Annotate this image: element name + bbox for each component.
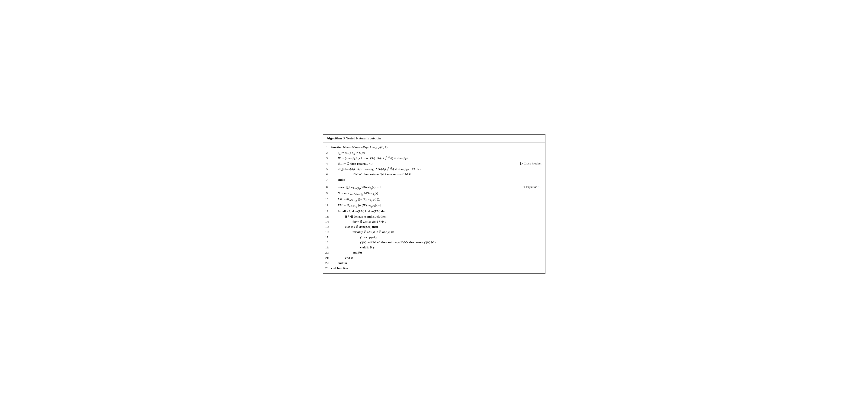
line-content-21: end if <box>331 256 545 260</box>
line-num-9: 9: <box>323 191 331 195</box>
line-content-13: if k ∉ dom(RM) and isLeft then <box>331 214 545 219</box>
line-2: 2: SL := S(L); SR := S(R) <box>323 150 545 156</box>
line-num-7: 7: <box>323 178 331 182</box>
line-num-18: 18: <box>323 241 331 244</box>
line-23: 23: end function <box>323 265 545 271</box>
line-content-4: if IR = ∅ then return L × R <box>331 161 545 166</box>
line-num-17: 17: <box>323 236 331 239</box>
line-content-1: function NestedNaturalEquiJoinisLeft(L, … <box>331 145 545 150</box>
algorithm-body: 1: function NestedNaturalEquiJoinisLeft(… <box>323 143 545 274</box>
line-14: 14: for y ∈ LM(k) yield k ⊕ y <box>323 219 545 224</box>
line-num-13: 13: <box>323 215 331 219</box>
line-content-23: end function <box>331 266 545 271</box>
line-content-10: LM := ⊕c∈L/≡IR [(c(IR), πSL\IR(c))] <box>331 197 545 202</box>
line-num-8: 8: <box>323 185 331 189</box>
line-5: 5: if ⋃{dom(Ai) | Ai ∈ dom(SL) ∧ SL(Ai) … <box>323 166 545 172</box>
line-num-4: 4: <box>323 162 331 166</box>
line-content-16: for all y ∈ LM(k), z ∈ RM(k) do <box>331 230 545 234</box>
line-num-11: 11: <box>323 203 331 207</box>
line-num-16: 16: <box>323 230 331 234</box>
line-content-14: for y ∈ LM(k) yield k ⊕ y <box>331 219 545 224</box>
line-content-22: end for <box>331 261 545 265</box>
algorithm-label: Algorithm 3 <box>327 136 345 140</box>
algorithm-box: Algorithm 3 Nested Natural Equi-Join 1: … <box>323 134 546 274</box>
line-content-6: if isLeft then return L⋉R else return L … <box>331 172 545 177</box>
line-num-3: 3: <box>323 156 331 160</box>
line-num-10: 10: <box>323 197 331 201</box>
line-content-7: end if <box>331 178 545 182</box>
line-content-15: else if k ∈ dom(LM) then <box>331 224 545 229</box>
line-3: 3: IR := (dom(SL)\{x ∈ dom(SL) | SL(x) ∉… <box>323 156 545 161</box>
line-num-14: 14: <box>323 220 331 224</box>
equation-number: 10 <box>538 185 541 189</box>
line-content-2: SL := S(L); SR := S(R) <box>331 151 545 156</box>
line-20: 20: end for <box>323 250 545 255</box>
line-7: 7: end if <box>323 177 545 182</box>
line-1: 1: function NestedNaturalEquiJoinisLeft(… <box>323 145 545 150</box>
line-num-20: 20: <box>323 251 331 254</box>
line-num-5: 5: <box>323 167 331 171</box>
line-num-21: 21: <box>323 256 331 260</box>
line-8: 8: assert |⋃x∈dom(SR) IdNestSL(x)| = 1 ▷… <box>323 185 545 191</box>
line-9: 9: N := min ⋃x∈dom(SR) IdNestSL(x) <box>323 191 545 197</box>
line-6: 6: if isLeft then return L⋉R else return… <box>323 172 545 177</box>
line-18: 18: y′(N) := if isLeft then return y′(N)… <box>323 240 545 245</box>
line-num-23: 23: <box>323 266 331 270</box>
line-21: 21: end if <box>323 255 545 260</box>
line-content-18: y′(N) := if isLeft then return y′(N)⋉z e… <box>331 240 545 245</box>
algorithm-title: Nested Natural Equi-Join <box>345 136 381 140</box>
line-22: 22: end for <box>323 260 545 265</box>
line-content-19: yield k ⊕ y <box>331 245 545 250</box>
line-num-22: 22: <box>323 261 331 265</box>
algorithm-header: Algorithm 3 Nested Natural Equi-Join <box>323 134 545 143</box>
line-num-15: 15: <box>323 225 331 229</box>
line-content-5: if ⋃{dom(Ai) | Ai ∈ dom(SL) ∧ SL(Ai) ∉ ℬ… <box>331 167 545 172</box>
line-11: 11: RM := ⊕c∈R/≡IR [(c(IR), πSR\IR(c))] <box>323 203 545 209</box>
comment-cross-product: ▷ Cross Product <box>520 161 541 165</box>
line-content-11: RM := ⊕c∈R/≡IR [(c(IR), πSR\IR(c))] <box>331 203 545 209</box>
line-num-6: 6: <box>323 172 331 176</box>
line-content-20: end for <box>331 250 545 255</box>
line-content-9: N := min ⋃x∈dom(SR) IdNestSL(x) <box>331 191 545 196</box>
line-content-17: y′ := copyof y <box>331 235 545 240</box>
line-15: 15: else if k ∈ dom(LM) then <box>323 224 545 229</box>
line-content-8: assert |⋃x∈dom(SR) IdNestSL(x)| = 1 <box>331 185 545 190</box>
line-num-1: 1: <box>323 146 331 149</box>
line-19: 19: yield k ⊕ y <box>323 245 545 250</box>
line-17: 17: y′ := copyof y <box>323 235 545 240</box>
line-4: 4: if IR = ∅ then return L × R ▷ Cross P… <box>323 161 545 166</box>
line-num-2: 2: <box>323 151 331 155</box>
line-16: 16: for all y ∈ LM(k), z ∈ RM(k) do <box>323 229 545 234</box>
line-content-12: for all k ∈ dom(LM) ∪ dom(RM) do <box>331 209 545 214</box>
line-12: 12: for all k ∈ dom(LM) ∪ dom(RM) do <box>323 209 545 214</box>
comment-equation: ▷ Equation 10 <box>523 185 541 189</box>
line-13: 13: if k ∉ dom(RM) and isLeft then <box>323 214 545 219</box>
line-num-12: 12: <box>323 210 331 213</box>
line-num-19: 19: <box>323 246 331 249</box>
line-10: 10: LM := ⊕c∈L/≡IR [(c(IR), πSL\IR(c))] <box>323 197 545 203</box>
line-content-3: IR := (dom(SL)\{x ∈ dom(SL) | SL(x) ∉ ℬ}… <box>331 156 545 161</box>
